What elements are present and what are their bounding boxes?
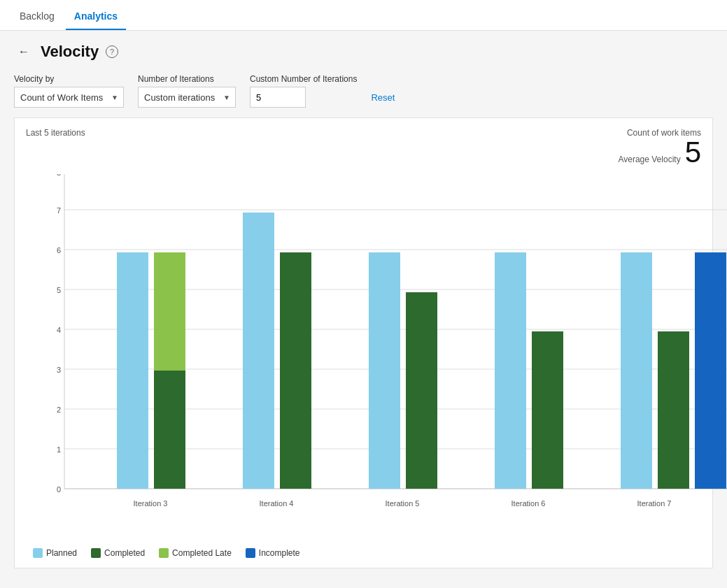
legend-incomplete-swatch [246,548,255,558]
svg-text:1: 1 [57,445,61,454]
svg-text:6: 6 [57,246,61,254]
custom-iterations-label: Custom Number of Iterations [250,74,357,84]
bar-iter3-late[interactable] [154,252,185,371]
custom-iterations-input[interactable] [250,87,306,108]
bar-iter4-completed[interactable] [280,252,311,489]
iterations-group: Number of Iterations Custom iterations L… [138,74,236,108]
legend-planned-swatch [33,548,43,558]
svg-text:0: 0 [57,485,61,494]
svg-text:3: 3 [57,366,61,374]
legend-late: Completed Late [159,548,232,558]
legend-planned: Planned [33,548,77,558]
chart-header: Last 5 iterations Count of work items Av… [26,128,701,167]
iterations-select-wrapper: Custom iterations Last 5 Last 10 ▼ [138,87,236,108]
velocity-by-select[interactable]: Count of Work Items Story Points [14,87,124,108]
help-icon[interactable]: ? [106,45,118,58]
velocity-chart: 0 1 2 3 4 5 6 7 8 [47,174,727,538]
bar-iter4-planned[interactable] [243,213,274,489]
top-nav: Backlog Analytics [0,0,727,31]
page-header: ← Velocity ? [14,42,713,62]
velocity-by-label: Velocity by [14,74,124,84]
back-button[interactable]: ← [14,42,34,62]
bar-iter3-completed[interactable] [154,371,185,489]
svg-text:Iteration 5: Iteration 5 [386,499,420,508]
custom-iterations-group: Custom Number of Iterations [250,74,357,108]
velocity-by-select-wrapper: Count of Work Items Story Points ▼ [14,87,124,108]
legend-completed: Completed [91,548,145,558]
tab-backlog[interactable]: Backlog [11,3,63,30]
bar-iter5-planned[interactable] [369,252,400,489]
legend-late-label: Completed Late [172,548,232,558]
tab-analytics[interactable]: Analytics [66,3,126,30]
bar-iter7-completed[interactable] [658,331,689,489]
svg-text:Iteration 4: Iteration 4 [260,499,294,508]
legend-late-swatch [159,548,169,558]
svg-text:8: 8 [57,174,61,177]
bar-iter7-planned[interactable] [621,252,652,489]
bar-iter6-completed[interactable] [532,331,563,489]
legend-planned-label: Planned [46,548,77,558]
svg-text:7: 7 [57,206,61,215]
avg-velocity-label: Average Velocity [618,155,680,164]
velocity-by-group: Velocity by Count of Work Items Story Po… [14,74,124,108]
iterations-select[interactable]: Custom iterations Last 5 Last 10 [138,87,236,108]
chart-legend-right: Count of work items Average Velocity 5 [618,128,701,167]
page-title: Velocity [41,43,99,61]
svg-text:4: 4 [57,326,61,334]
bar-iter6-planned[interactable] [495,252,526,489]
svg-text:2: 2 [57,406,61,414]
chart-container: Last 5 iterations Count of work items Av… [14,117,713,568]
svg-text:Iteration 6: Iteration 6 [511,499,546,508]
legend-completed-label: Completed [104,548,145,558]
chart-bottom-legend: Planned Completed Completed Late Incompl… [26,548,701,558]
reset-button[interactable]: Reset [371,87,395,108]
page-content: ← Velocity ? Velocity by Count of Work I… [0,31,727,588]
legend-incomplete: Incomplete [246,548,300,558]
bar-iter5-completed[interactable] [406,292,437,489]
filter-row: Velocity by Count of Work Items Story Po… [14,74,713,108]
iterations-label: Number of Iterations [138,74,236,84]
bar-iter7-incomplete[interactable] [695,252,726,489]
svg-text:Iteration 7: Iteration 7 [637,499,672,508]
bar-iter3-planned[interactable] [117,252,148,489]
last-iterations-label: Last 5 iterations [26,128,85,138]
legend-incomplete-label: Incomplete [259,548,300,558]
svg-text:Iteration 3: Iteration 3 [134,499,168,508]
legend-completed-swatch [91,548,101,558]
svg-text:5: 5 [57,286,61,294]
avg-velocity-value: 5 [685,138,701,167]
